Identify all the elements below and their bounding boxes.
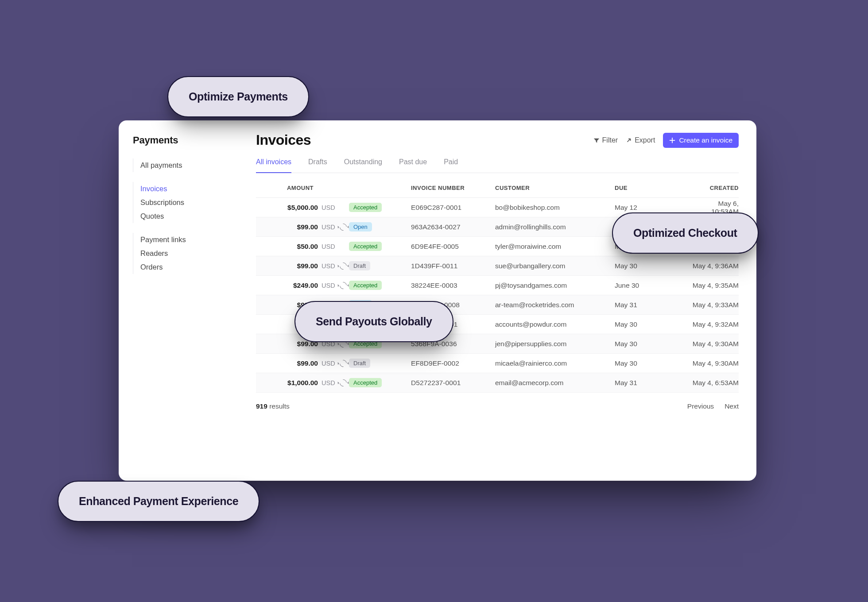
tab-outstanding[interactable]: Outstanding [344,158,382,173]
status-badge: Draft [349,261,370,271]
cell-amount: $1,000.00 [256,379,318,387]
currency-label: USD [322,243,335,250]
col-created: CREATED [690,185,739,191]
cell-due: May 31 [615,379,690,387]
currency-label: USD [322,360,335,367]
col-due: DUE [615,185,690,191]
cell-customer: tyler@moraiwine.com [495,243,615,251]
currency-label: USD [322,204,335,211]
cell-created: May 4, 6:53AM [690,379,739,387]
cell-currency: USD [318,224,349,231]
header-actions: Filter Export Create an invoice [593,133,739,148]
cell-invoice-number: 38224EE-0003 [411,282,495,289]
status-badge: Accepted [349,242,382,251]
cell-invoice-number: 6D9E4FE-0005 [411,243,495,251]
sidebar-item-quotes[interactable]: Quotes [140,209,243,223]
cell-customer: bo@bobikeshop.com [495,204,615,212]
tab-paid[interactable]: Paid [444,158,458,173]
status-badge: Accepted [349,281,382,290]
cell-created: May 4, 9:32AM [690,320,739,328]
cell-currency: USD [318,379,349,386]
tab-all-invoices[interactable]: All invoices [256,158,291,173]
cell-status: Draft [349,359,411,368]
cell-status: Accepted [349,281,411,290]
col-invoice: INVOICE NUMBER [411,185,495,191]
recurring-icon [338,358,348,368]
cell-currency: USD [318,282,349,289]
tab-drafts[interactable]: Drafts [308,158,327,173]
table-row[interactable]: $99.00USDDraftEF8D9EF-0002micaela@rainie… [256,354,739,373]
cell-due: May 30 [615,320,690,328]
plus-icon [669,137,675,143]
export-icon [626,137,632,143]
cell-due: May 31 [615,301,690,309]
status-badge: Accepted [349,203,382,212]
header-row: Invoices Filter Export Create an invoice [256,132,739,148]
cell-status: Accepted [349,203,411,212]
cell-invoice-number: 963A2634-0027 [411,223,495,231]
col-customer: CUSTOMER [495,185,615,191]
recurring-icon [338,261,348,271]
cell-customer: ar-team@rocketrides.com [495,301,615,309]
cell-status: Accepted [349,378,411,388]
cell-customer: pj@toysandgames.com [495,282,615,289]
result-count-suffix: results [269,402,290,410]
cell-currency: USD [318,360,349,367]
pill-optimize-payments: Optimize Payments [167,76,309,117]
cell-amount: $99.00 [256,223,318,231]
cell-customer: admin@rollinghills.com [495,223,615,231]
sidebar-item-payment-links[interactable]: Payment links [140,233,243,247]
result-count: 919 results [256,402,290,410]
cell-due: May 30 [615,359,690,367]
filter-button[interactable]: Filter [593,136,618,144]
sidebar-item-all-payments[interactable]: All payments [140,158,243,172]
cell-amount: $99.00 [256,262,318,270]
cell-created: May 4, 9:35AM [690,282,739,289]
currency-label: USD [322,262,335,270]
create-invoice-button[interactable]: Create an invoice [663,133,739,148]
cell-currency: USD [318,243,349,250]
cell-customer: sue@urbangallery.com [495,262,615,270]
tab-past-due[interactable]: Past due [399,158,427,173]
page-title: Invoices [256,132,311,148]
cell-customer: jen@pipersupplies.com [495,340,615,348]
table-footer: 919 results Previous Next [256,393,739,420]
cell-created: May 4, 9:30AM [690,359,739,367]
cell-status: Accepted [349,242,411,251]
col-amount: AMOUNT [256,185,318,191]
sidebar-item-invoices[interactable]: Invoices [140,182,243,196]
table-row[interactable]: $249.00USDAccepted38224EE-0003pj@toysand… [256,276,739,295]
cell-created: May 4, 9:36AM [690,262,739,270]
cell-amount: $50.00 [256,243,318,251]
table-row[interactable]: $1,000.00USDAcceptedD5272237-0001email@a… [256,373,739,393]
main-panel: Invoices Filter Export Create an invoice… [243,120,756,481]
cell-due: May 30 [615,340,690,348]
pill-enhanced-experience: Enhanced Payment Experience [58,481,260,522]
sidebar-item-orders[interactable]: Orders [140,260,243,274]
recurring-icon [338,222,348,232]
sidebar-item-readers[interactable]: Readers [140,247,243,260]
pill-send-payouts: Send Payouts Globally [294,301,453,342]
cell-amount: $249.00 [256,282,318,289]
export-label: Export [635,136,655,144]
table-header: AMOUNT INVOICE NUMBER CUSTOMER DUE CREAT… [256,178,739,198]
sidebar-title: Payments [133,135,243,146]
sidebar-group-2: InvoicesSubscriptionsQuotes [133,182,243,223]
sidebar: Payments All payments InvoicesSubscripti… [119,120,243,481]
status-badge: Draft [349,359,370,368]
prev-button[interactable]: Previous [687,402,714,410]
sidebar-item-subscriptions[interactable]: Subscriptions [140,196,243,209]
cell-due: May 12 [615,204,690,212]
currency-label: USD [322,224,335,231]
cell-customer: accounts@powdur.com [495,320,615,328]
cell-invoice-number: D5272237-0001 [411,379,495,387]
sidebar-group-1: All payments [133,158,243,172]
cell-customer: micaela@rainierco.com [495,359,615,367]
cell-customer: email@acmecorp.com [495,379,615,387]
cell-invoice-number: EF8D9EF-0002 [411,359,495,367]
export-button[interactable]: Export [626,136,655,144]
table-row[interactable]: $99.00USDDraft1D439FF-0011sue@urbangalle… [256,256,739,276]
next-button[interactable]: Next [725,402,739,410]
result-count-number: 919 [256,402,267,410]
recurring-icon [338,378,348,388]
